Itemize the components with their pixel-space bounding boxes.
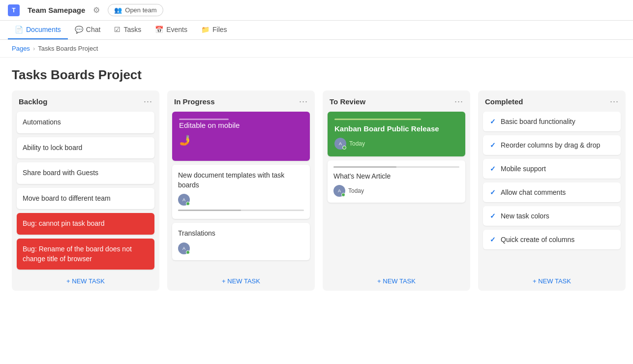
documents-icon: 📄 bbox=[15, 26, 23, 33]
tab-events[interactable]: 📅 Events bbox=[148, 21, 194, 39]
card-whats-new[interactable]: What's New Article A Today bbox=[328, 160, 465, 203]
card-editable-mobile-emoji: 🤳 bbox=[179, 134, 303, 146]
tab-tasks-label: Tasks bbox=[123, 26, 141, 33]
completed-label-quick-create: Quick create of columns bbox=[501, 236, 574, 243]
breadcrumb-current: Tasks Boards Project bbox=[38, 45, 98, 52]
column-in-progress-title: In Progress bbox=[174, 97, 215, 106]
card-new-doc-progress-fill bbox=[178, 210, 241, 211]
page-title: Tasks Boards Project bbox=[0, 58, 633, 91]
column-backlog: Backlog ··· Automations Ability to lock … bbox=[12, 91, 159, 291]
card-new-doc-templates-title: New document templates with task boards bbox=[178, 171, 284, 189]
breadcrumb-separator: › bbox=[33, 45, 35, 52]
column-in-progress-menu[interactable]: ··· bbox=[299, 96, 308, 107]
column-backlog-menu[interactable]: ··· bbox=[144, 96, 152, 107]
check-icon-basic: ✓ bbox=[490, 118, 496, 125]
column-completed-menu[interactable]: ··· bbox=[610, 96, 619, 107]
completed-label-chat: Allow chat comments bbox=[501, 188, 566, 196]
check-icon-colors: ✓ bbox=[490, 212, 496, 220]
card-translations-title: Translations bbox=[178, 229, 215, 237]
column-to-review-body: Kanban Board Public Release A Today What… bbox=[323, 112, 470, 270]
tab-documents[interactable]: 📄 Documents bbox=[8, 21, 68, 39]
tab-events-label: Events bbox=[166, 26, 187, 33]
completed-item-mobile[interactable]: ✓ Mobile support bbox=[483, 159, 621, 179]
gear-icon[interactable]: ⚙ bbox=[93, 5, 100, 15]
completed-item-quick-create[interactable]: ✓ Quick create of columns bbox=[483, 230, 621, 249]
column-to-review-title: To Review bbox=[330, 97, 365, 106]
tab-files-label: Files bbox=[212, 26, 227, 33]
kanban-release-progress bbox=[334, 119, 421, 120]
card-editable-mobile-progress bbox=[179, 119, 229, 120]
check-icon-mobile: ✓ bbox=[490, 165, 496, 173]
card-bug-pin[interactable]: Bug: cannot pin task board bbox=[17, 213, 154, 235]
column-in-progress-header: In Progress ··· bbox=[167, 91, 315, 112]
card-automations[interactable]: Automations bbox=[17, 112, 154, 133]
column-in-progress-body: Editable on mobile 🤳 New document templa… bbox=[167, 112, 315, 270]
whats-new-progress-track bbox=[333, 166, 459, 168]
column-completed-header: Completed ··· bbox=[478, 91, 626, 112]
column-in-progress: In Progress ··· Editable on mobile 🤳 New… bbox=[167, 91, 315, 291]
card-kanban-release-date: Today bbox=[349, 140, 365, 147]
card-editable-mobile[interactable]: Editable on mobile 🤳 bbox=[172, 112, 310, 161]
check-icon-reorder: ✓ bbox=[490, 141, 496, 149]
card-bug-rename[interactable]: Bug: Rename of the board does not change… bbox=[17, 239, 154, 270]
events-icon: 📅 bbox=[155, 26, 163, 33]
column-completed-title: Completed bbox=[485, 97, 523, 106]
card-translations-avatar-row: A bbox=[178, 243, 304, 254]
card-move-board-title: Move board to different team bbox=[23, 194, 111, 202]
avatar-online-dot2 bbox=[186, 250, 190, 254]
card-share-guests-title: Share board with Guests bbox=[23, 169, 98, 177]
card-whats-new-date: Today bbox=[348, 187, 364, 194]
check-icon-quick-create: ✓ bbox=[490, 236, 496, 243]
card-lock-board[interactable]: Ability to lock board bbox=[17, 137, 154, 159]
kanban-board: Backlog ··· Automations Ability to lock … bbox=[0, 91, 633, 303]
column-backlog-title: Backlog bbox=[19, 97, 47, 106]
avatar-online-dot3 bbox=[342, 146, 346, 150]
tab-tasks[interactable]: ☑ Tasks bbox=[107, 21, 148, 39]
card-whats-new-avatar: A bbox=[333, 185, 345, 197]
card-lock-board-title: Ability to lock board bbox=[23, 144, 82, 152]
check-icon-chat: ✓ bbox=[490, 188, 496, 196]
open-team-button[interactable]: Open team bbox=[108, 4, 163, 16]
column-completed: Completed ··· ✓ Basic board functionalit… bbox=[478, 91, 626, 291]
tab-bar: 📄 Documents 💬 Chat ☑ Tasks 📅 Events 📁 Fi… bbox=[0, 21, 633, 40]
card-whats-new-title: What's New Article bbox=[333, 172, 391, 180]
completed-item-reorder[interactable]: ✓ Reorder columns by drag & drop bbox=[483, 135, 621, 155]
column-to-review-menu[interactable]: ··· bbox=[454, 96, 463, 107]
avatar-online-dot4 bbox=[341, 193, 345, 197]
backlog-new-task-button[interactable]: + NEW TASK bbox=[12, 272, 159, 291]
card-editable-mobile-title: Editable on mobile bbox=[179, 121, 240, 129]
completed-item-chat[interactable]: ✓ Allow chat comments bbox=[483, 182, 621, 202]
column-backlog-body: Automations Ability to lock board Share … bbox=[12, 112, 159, 270]
completed-label-mobile: Mobile support bbox=[501, 165, 546, 173]
tab-files[interactable]: 📁 Files bbox=[194, 21, 234, 39]
card-kanban-release-avatar: A bbox=[334, 138, 346, 150]
card-kanban-release-avatar-row: A Today bbox=[334, 138, 458, 150]
card-share-guests[interactable]: Share board with Guests bbox=[17, 162, 154, 184]
card-bug-pin-title: Bug: cannot pin task board bbox=[23, 219, 105, 227]
completed-label-basic: Basic board functionality bbox=[501, 118, 575, 125]
whats-new-progress-fill bbox=[333, 166, 396, 168]
team-name: Team Samepage bbox=[28, 6, 85, 14]
card-new-doc-progress-bar-track bbox=[178, 210, 304, 211]
breadcrumb-parent[interactable]: Pages bbox=[12, 45, 30, 52]
completed-new-task-button[interactable]: + NEW TASK bbox=[478, 272, 626, 291]
card-new-doc-templates[interactable]: New document templates with task boards … bbox=[172, 165, 310, 219]
card-move-board[interactable]: Move board to different team bbox=[17, 188, 154, 210]
card-whats-new-avatar-row: A Today bbox=[333, 185, 459, 197]
in-progress-new-task-button[interactable]: + NEW TASK bbox=[167, 272, 315, 291]
to-review-new-task-button[interactable]: + NEW TASK bbox=[323, 272, 470, 291]
card-kanban-release[interactable]: Kanban Board Public Release A Today bbox=[328, 112, 465, 156]
completed-item-basic[interactable]: ✓ Basic board functionality bbox=[483, 112, 621, 131]
chat-icon: 💬 bbox=[75, 26, 83, 33]
card-bug-rename-title: Bug: Rename of the board does not change… bbox=[23, 245, 132, 263]
column-backlog-header: Backlog ··· bbox=[12, 91, 159, 112]
tasks-icon: ☑ bbox=[114, 26, 121, 33]
card-new-doc-templates-avatar: A bbox=[178, 194, 190, 206]
tab-chat-label: Chat bbox=[86, 26, 101, 33]
completed-item-colors[interactable]: ✓ New task colors bbox=[483, 206, 621, 226]
tab-documents-label: Documents bbox=[26, 26, 61, 33]
tab-chat[interactable]: 💬 Chat bbox=[68, 21, 108, 39]
card-new-doc-templates-avatar-row: A bbox=[178, 194, 304, 206]
card-translations[interactable]: Translations A bbox=[172, 223, 310, 260]
column-to-review-header: To Review ··· bbox=[323, 91, 470, 112]
